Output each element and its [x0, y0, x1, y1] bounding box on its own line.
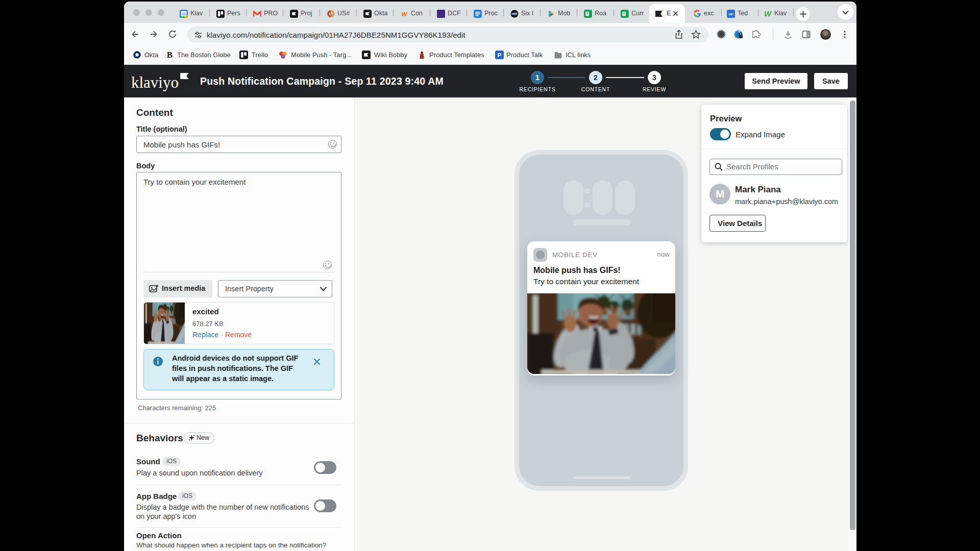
svg-text:W: W: [764, 10, 772, 18]
svg-text:HBR: HBR: [512, 12, 518, 15]
svg-text:GIF: GIF: [728, 13, 733, 16]
svg-text:P: P: [498, 52, 502, 58]
svg-text:11: 11: [182, 12, 186, 16]
svg-text:B: B: [167, 51, 173, 59]
svg-text:w: w: [402, 10, 408, 18]
